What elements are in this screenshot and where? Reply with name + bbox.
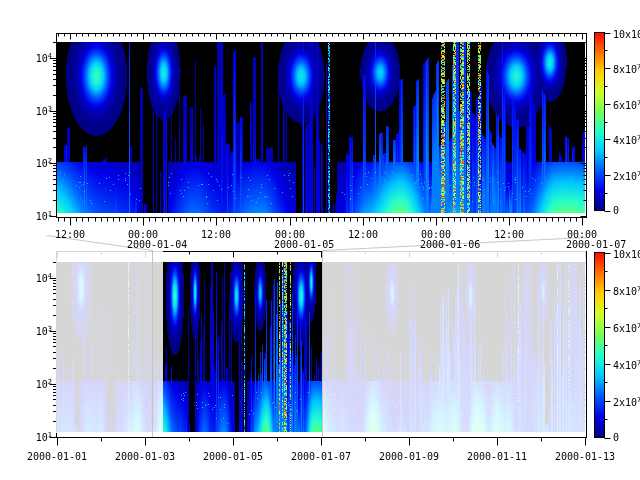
detail-plot-area[interactable] — [56, 33, 586, 218]
selection-left-handle[interactable] — [149, 250, 157, 438]
selection-region[interactable] — [157, 250, 318, 438]
selection-right-handle[interactable] — [318, 250, 326, 438]
detail-colorbar — [594, 32, 618, 211]
overview-colorbar — [594, 252, 618, 439]
spectrogram-viewer-window: 10110210310410110210310412:0000:002000-0… — [0, 0, 640, 480]
